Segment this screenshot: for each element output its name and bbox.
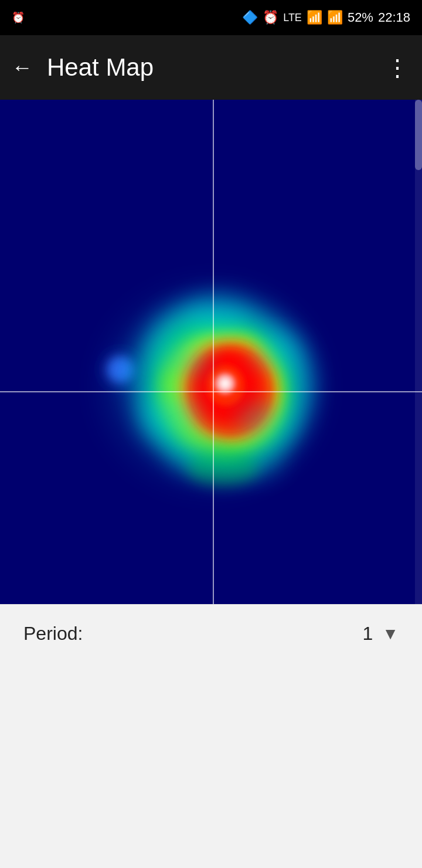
page-title: Heat Map — [47, 53, 386, 82]
svg-point-12 — [237, 402, 290, 443]
heatmap-visualization — [0, 100, 422, 604]
time-display: 22:18 — [378, 10, 410, 25]
status-bar: ⏰ 🔷 ⏰ LTE 📶 📶 52% 22:18 — [0, 0, 422, 35]
bluetooth-icon: 🔷 — [242, 10, 258, 25]
scrollbar-thumb[interactable] — [415, 100, 422, 170]
more-options-button[interactable]: ⋮ — [386, 54, 410, 81]
signal-icon: 📶 — [327, 10, 343, 25]
wifi-icon: 📶 — [307, 10, 322, 25]
status-icons: 🔷 ⏰ LTE 📶 📶 52% 22:18 — [242, 10, 410, 25]
svg-point-18 — [188, 450, 258, 486]
svg-point-13 — [185, 296, 249, 337]
period-value: 1 — [362, 623, 373, 645]
page-rest — [0, 663, 422, 868]
svg-point-10 — [219, 378, 231, 389]
battery-text: 52% — [348, 10, 373, 25]
period-controls: Period: 1 ▼ — [0, 604, 422, 663]
scrollbar-track — [415, 100, 422, 604]
lte-icon: LTE — [283, 12, 302, 24]
app-bar: ← Heat Map ⋮ — [0, 35, 422, 100]
period-label: Period: — [23, 623, 362, 645]
dropdown-arrow-icon[interactable]: ▼ — [382, 625, 399, 643]
back-button[interactable]: ← — [12, 55, 33, 80]
alarm-icon: ⏰ — [263, 10, 278, 25]
period-dropdown[interactable]: 1 ▼ — [362, 623, 399, 645]
svg-point-15 — [155, 337, 208, 378]
status-clock-icon: ⏰ — [12, 11, 25, 24]
heatmap-container[interactable] — [0, 100, 422, 604]
svg-point-14 — [252, 334, 299, 369]
